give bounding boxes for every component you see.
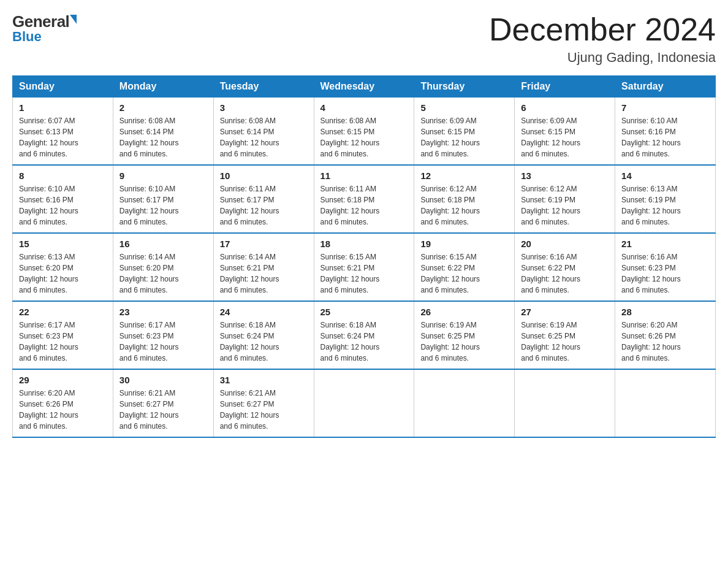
table-row: 12 Sunrise: 6:12 AMSunset: 6:18 PMDaylig… xyxy=(414,165,515,233)
calendar-week-row: 8 Sunrise: 6:10 AMSunset: 6:16 PMDayligh… xyxy=(13,165,716,233)
day-number: 26 xyxy=(420,307,508,317)
table-row xyxy=(615,369,716,437)
page-header: General Blue December 2024 Ujung Gading,… xyxy=(12,12,716,66)
day-number: 28 xyxy=(621,307,709,317)
day-info: Sunrise: 6:20 AMSunset: 6:26 PMDaylight:… xyxy=(621,321,681,362)
day-info: Sunrise: 6:10 AMSunset: 6:16 PMDaylight:… xyxy=(19,185,78,226)
table-row xyxy=(515,369,615,437)
day-number: 1 xyxy=(19,102,107,113)
col-thursday: Thursday xyxy=(414,76,515,98)
table-row: 2 Sunrise: 6:08 AMSunset: 6:14 PMDayligh… xyxy=(113,98,213,166)
day-info: Sunrise: 6:15 AMSunset: 6:22 PMDaylight:… xyxy=(420,253,480,294)
day-number: 16 xyxy=(119,239,207,249)
title-section: December 2024 Ujung Gading, Indonesia xyxy=(489,12,716,66)
day-info: Sunrise: 6:10 AMSunset: 6:16 PMDaylight:… xyxy=(621,117,681,158)
day-info: Sunrise: 6:12 AMSunset: 6:18 PMDaylight:… xyxy=(420,185,480,226)
day-info: Sunrise: 6:07 AMSunset: 6:13 PMDaylight:… xyxy=(19,117,78,158)
day-info: Sunrise: 6:12 AMSunset: 6:19 PMDaylight:… xyxy=(521,185,580,226)
day-info: Sunrise: 6:13 AMSunset: 6:20 PMDaylight:… xyxy=(19,253,78,294)
month-title: December 2024 xyxy=(489,12,716,47)
table-row: 22 Sunrise: 6:17 AMSunset: 6:23 PMDaylig… xyxy=(13,301,113,369)
col-monday: Monday xyxy=(113,76,213,98)
table-row: 30 Sunrise: 6:21 AMSunset: 6:27 PMDaylig… xyxy=(113,369,213,437)
logo: General Blue xyxy=(12,12,77,45)
calendar-header-row: Sunday Monday Tuesday Wednesday Thursday… xyxy=(13,76,716,98)
day-number: 29 xyxy=(19,375,107,385)
day-number: 27 xyxy=(521,307,609,317)
table-row: 16 Sunrise: 6:14 AMSunset: 6:20 PMDaylig… xyxy=(113,233,213,301)
day-number: 8 xyxy=(19,170,107,181)
table-row: 23 Sunrise: 6:17 AMSunset: 6:23 PMDaylig… xyxy=(113,301,213,369)
day-number: 10 xyxy=(220,170,308,181)
day-info: Sunrise: 6:14 AMSunset: 6:21 PMDaylight:… xyxy=(220,253,279,294)
day-info: Sunrise: 6:08 AMSunset: 6:15 PMDaylight:… xyxy=(320,117,380,158)
day-info: Sunrise: 6:13 AMSunset: 6:19 PMDaylight:… xyxy=(621,185,681,226)
col-saturday: Saturday xyxy=(615,76,716,98)
day-number: 21 xyxy=(621,239,709,249)
day-info: Sunrise: 6:17 AMSunset: 6:23 PMDaylight:… xyxy=(19,321,78,362)
calendar-week-row: 15 Sunrise: 6:13 AMSunset: 6:20 PMDaylig… xyxy=(13,233,716,301)
table-row: 25 Sunrise: 6:18 AMSunset: 6:24 PMDaylig… xyxy=(314,301,414,369)
table-row: 7 Sunrise: 6:10 AMSunset: 6:16 PMDayligh… xyxy=(615,98,716,166)
day-number: 4 xyxy=(320,102,408,113)
day-info: Sunrise: 6:10 AMSunset: 6:17 PMDaylight:… xyxy=(119,185,179,226)
table-row: 13 Sunrise: 6:12 AMSunset: 6:19 PMDaylig… xyxy=(515,165,615,233)
day-number: 5 xyxy=(420,102,508,113)
table-row: 10 Sunrise: 6:11 AMSunset: 6:17 PMDaylig… xyxy=(213,165,314,233)
day-number: 3 xyxy=(220,102,308,113)
day-number: 6 xyxy=(521,102,609,113)
col-tuesday: Tuesday xyxy=(213,76,314,98)
table-row: 11 Sunrise: 6:11 AMSunset: 6:18 PMDaylig… xyxy=(314,165,414,233)
table-row: 18 Sunrise: 6:15 AMSunset: 6:21 PMDaylig… xyxy=(314,233,414,301)
day-info: Sunrise: 6:17 AMSunset: 6:23 PMDaylight:… xyxy=(119,321,179,362)
table-row: 31 Sunrise: 6:21 AMSunset: 6:27 PMDaylig… xyxy=(213,369,314,437)
day-number: 24 xyxy=(220,307,308,317)
table-row: 5 Sunrise: 6:09 AMSunset: 6:15 PMDayligh… xyxy=(414,98,515,166)
day-number: 9 xyxy=(119,170,207,181)
table-row xyxy=(314,369,414,437)
day-number: 17 xyxy=(220,239,308,249)
day-number: 14 xyxy=(621,170,709,181)
table-row: 17 Sunrise: 6:14 AMSunset: 6:21 PMDaylig… xyxy=(213,233,314,301)
day-info: Sunrise: 6:20 AMSunset: 6:26 PMDaylight:… xyxy=(19,389,78,431)
day-number: 19 xyxy=(420,239,508,249)
day-info: Sunrise: 6:19 AMSunset: 6:25 PMDaylight:… xyxy=(420,321,480,362)
day-info: Sunrise: 6:16 AMSunset: 6:22 PMDaylight:… xyxy=(521,253,580,294)
day-info: Sunrise: 6:08 AMSunset: 6:14 PMDaylight:… xyxy=(220,117,279,158)
day-info: Sunrise: 6:16 AMSunset: 6:23 PMDaylight:… xyxy=(621,253,681,294)
logo-bottom: Blue xyxy=(12,29,42,45)
day-number: 13 xyxy=(521,170,609,181)
table-row: 9 Sunrise: 6:10 AMSunset: 6:17 PMDayligh… xyxy=(113,165,213,233)
location: Ujung Gading, Indonesia xyxy=(489,50,716,66)
day-info: Sunrise: 6:19 AMSunset: 6:25 PMDaylight:… xyxy=(521,321,580,362)
day-number: 2 xyxy=(119,102,207,113)
day-info: Sunrise: 6:11 AMSunset: 6:18 PMDaylight:… xyxy=(320,185,380,226)
day-number: 22 xyxy=(19,307,107,317)
table-row: 1 Sunrise: 6:07 AMSunset: 6:13 PMDayligh… xyxy=(13,98,113,166)
day-number: 18 xyxy=(320,239,408,249)
day-info: Sunrise: 6:15 AMSunset: 6:21 PMDaylight:… xyxy=(320,253,380,294)
day-info: Sunrise: 6:09 AMSunset: 6:15 PMDaylight:… xyxy=(521,117,580,158)
calendar-week-row: 29 Sunrise: 6:20 AMSunset: 6:26 PMDaylig… xyxy=(13,369,716,437)
day-info: Sunrise: 6:08 AMSunset: 6:14 PMDaylight:… xyxy=(119,117,179,158)
day-info: Sunrise: 6:21 AMSunset: 6:27 PMDaylight:… xyxy=(220,389,279,431)
calendar-table: Sunday Monday Tuesday Wednesday Thursday… xyxy=(12,75,716,438)
table-row: 21 Sunrise: 6:16 AMSunset: 6:23 PMDaylig… xyxy=(615,233,716,301)
table-row: 19 Sunrise: 6:15 AMSunset: 6:22 PMDaylig… xyxy=(414,233,515,301)
day-number: 7 xyxy=(621,102,709,113)
day-info: Sunrise: 6:18 AMSunset: 6:24 PMDaylight:… xyxy=(220,321,279,362)
day-info: Sunrise: 6:21 AMSunset: 6:27 PMDaylight:… xyxy=(119,389,179,431)
day-number: 11 xyxy=(320,170,408,181)
table-row xyxy=(414,369,515,437)
table-row: 3 Sunrise: 6:08 AMSunset: 6:14 PMDayligh… xyxy=(213,98,314,166)
day-info: Sunrise: 6:09 AMSunset: 6:15 PMDaylight:… xyxy=(420,117,480,158)
day-info: Sunrise: 6:14 AMSunset: 6:20 PMDaylight:… xyxy=(119,253,179,294)
day-number: 23 xyxy=(119,307,207,317)
day-number: 31 xyxy=(220,375,308,385)
calendar-week-row: 22 Sunrise: 6:17 AMSunset: 6:23 PMDaylig… xyxy=(13,301,716,369)
col-sunday: Sunday xyxy=(13,76,113,98)
day-info: Sunrise: 6:11 AMSunset: 6:17 PMDaylight:… xyxy=(220,185,279,226)
day-number: 15 xyxy=(19,239,107,249)
day-number: 12 xyxy=(420,170,508,181)
table-row: 20 Sunrise: 6:16 AMSunset: 6:22 PMDaylig… xyxy=(515,233,615,301)
